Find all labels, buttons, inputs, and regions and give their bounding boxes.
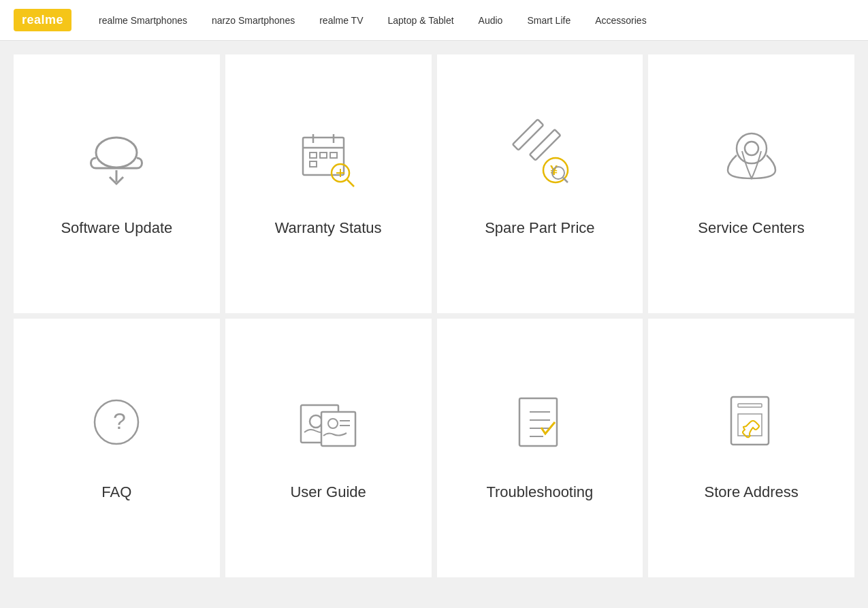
checklist-icon bbox=[506, 388, 574, 456]
nav-item-realme-smartphones[interactable]: realme Smartphones bbox=[99, 15, 187, 26]
svg-rect-7 bbox=[320, 153, 327, 158]
svg-text:¥: ¥ bbox=[550, 163, 558, 178]
card-label-faq: FAQ bbox=[101, 483, 131, 501]
card-software-update[interactable]: Software Update bbox=[14, 54, 220, 313]
svg-rect-25 bbox=[310, 415, 322, 428]
svg-text:?: ? bbox=[113, 408, 126, 434]
id-card-icon bbox=[294, 388, 362, 456]
card-label-user-guide: User Guide bbox=[290, 483, 366, 501]
nav-item-realme-tv[interactable]: realme TV bbox=[319, 15, 363, 26]
card-troubleshooting[interactable]: Troubleshooting bbox=[437, 319, 643, 577]
card-label-software-update: Software Update bbox=[61, 219, 172, 237]
nav: realme Smartphonesnarzo Smartphonesrealm… bbox=[99, 15, 647, 26]
svg-line-11 bbox=[347, 180, 354, 187]
header: realme realme Smartphonesnarzo Smartphon… bbox=[0, 0, 868, 41]
card-spare-part-price[interactable]: ¥ Spare Part Price bbox=[437, 54, 643, 313]
nav-item-accessories[interactable]: Accessories bbox=[595, 15, 646, 26]
card-faq[interactable]: ? FAQ bbox=[14, 319, 220, 577]
calendar-search-icon bbox=[294, 124, 362, 192]
svg-point-21 bbox=[745, 142, 758, 155]
tool-price-icon: ¥ bbox=[506, 124, 574, 192]
card-label-store-address: Store Address bbox=[705, 483, 799, 501]
svg-rect-6 bbox=[310, 153, 317, 158]
card-label-spare-part-price: Spare Part Price bbox=[485, 219, 594, 237]
nav-item-laptop-tablet[interactable]: Laptop & Tablet bbox=[388, 15, 454, 26]
svg-rect-28 bbox=[321, 412, 355, 446]
nav-item-audio[interactable]: Audio bbox=[479, 15, 503, 26]
store-phone-icon bbox=[718, 388, 786, 456]
card-user-guide[interactable]: User Guide bbox=[225, 319, 432, 577]
card-warranty-status[interactable]: Warranty Status bbox=[225, 54, 432, 313]
location-pin-icon bbox=[718, 124, 786, 192]
svg-rect-32 bbox=[519, 398, 557, 446]
card-service-centers[interactable]: Service Centers bbox=[648, 54, 854, 313]
svg-rect-9 bbox=[310, 161, 317, 167]
nav-item-smart-life[interactable]: Smart Life bbox=[527, 15, 570, 26]
card-store-address[interactable]: Store Address bbox=[648, 319, 854, 577]
svg-rect-8 bbox=[330, 153, 337, 158]
question-circle-icon: ? bbox=[82, 388, 150, 456]
card-label-warranty-status: Warranty Status bbox=[275, 219, 382, 237]
svg-point-20 bbox=[737, 133, 767, 163]
nav-item-narzo-smartphones[interactable]: narzo Smartphones bbox=[212, 15, 295, 26]
main-grid: Software Update Warranty Status ¥ bbox=[0, 41, 868, 591]
svg-point-0 bbox=[96, 138, 137, 167]
cloud-download-icon bbox=[82, 124, 150, 192]
card-label-troubleshooting: Troubleshooting bbox=[486, 483, 593, 501]
svg-rect-38 bbox=[738, 404, 762, 407]
card-label-service-centers: Service Centers bbox=[698, 219, 805, 237]
logo[interactable]: realme bbox=[14, 9, 71, 31]
